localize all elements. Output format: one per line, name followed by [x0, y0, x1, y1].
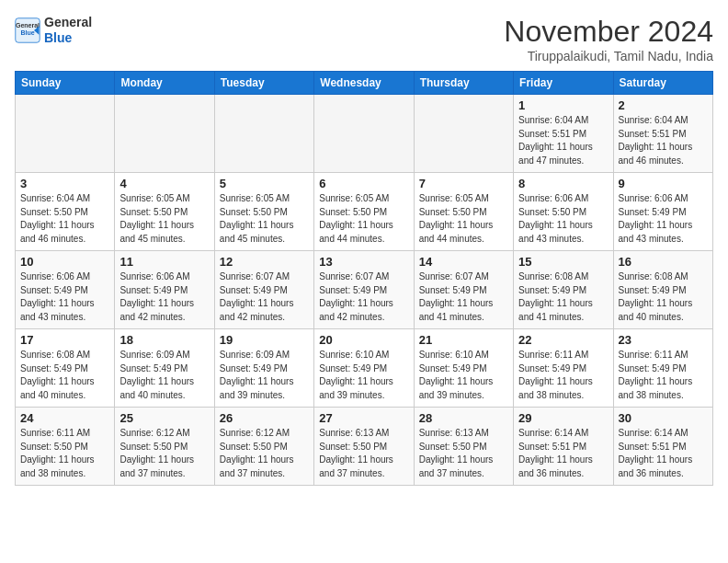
day-info: Sunrise: 6:11 AM Sunset: 5:50 PM Dayligh…	[20, 427, 109, 480]
calendar-cell: 2Sunrise: 6:04 AM Sunset: 5:51 PM Daylig…	[613, 95, 712, 173]
day-info: Sunrise: 6:08 AM Sunset: 5:49 PM Dayligh…	[619, 270, 708, 324]
day-info: Sunrise: 6:05 AM Sunset: 5:50 PM Dayligh…	[119, 192, 209, 246]
calendar-day-header: Wednesday	[314, 72, 414, 95]
calendar-cell: 13Sunrise: 6:07 AM Sunset: 5:49 PM Dayli…	[314, 251, 414, 329]
day-number: 30	[619, 411, 708, 425]
calendar-cell: 8Sunrise: 6:06 AM Sunset: 5:50 PM Daylig…	[514, 173, 613, 251]
day-info: Sunrise: 6:06 AM Sunset: 5:49 PM Dayligh…	[119, 270, 209, 324]
day-info: Sunrise: 6:05 AM Sunset: 5:50 PM Dayligh…	[419, 192, 508, 246]
day-info: Sunrise: 6:10 AM Sunset: 5:49 PM Dayligh…	[419, 349, 508, 402]
calendar-cell: 3Sunrise: 6:04 AM Sunset: 5:50 PM Daylig…	[16, 173, 115, 251]
calendar-header-row: SundayMondayTuesdayWednesdayThursdayFrid…	[16, 72, 713, 95]
calendar-cell: 26Sunrise: 6:12 AM Sunset: 5:50 PM Dayli…	[214, 408, 313, 486]
day-info: Sunrise: 6:05 AM Sunset: 5:50 PM Dayligh…	[319, 192, 408, 246]
day-info: Sunrise: 6:07 AM Sunset: 5:49 PM Dayligh…	[319, 270, 408, 324]
day-info: Sunrise: 6:04 AM Sunset: 5:51 PM Dayligh…	[619, 114, 708, 167]
calendar-cell: 18Sunrise: 6:09 AM Sunset: 5:49 PM Dayli…	[115, 329, 214, 408]
day-number: 5	[220, 177, 309, 190]
calendar-cell: 16Sunrise: 6:08 AM Sunset: 5:49 PM Dayli…	[613, 251, 712, 329]
title-block: November 2024 Tiruppalaikudi, Tamil Nadu…	[504, 15, 713, 63]
day-info: Sunrise: 6:10 AM Sunset: 5:49 PM Dayligh…	[319, 349, 408, 402]
calendar-cell: 10Sunrise: 6:06 AM Sunset: 5:49 PM Dayli…	[16, 251, 115, 329]
day-number: 2	[619, 98, 708, 112]
day-info: Sunrise: 6:11 AM Sunset: 5:49 PM Dayligh…	[619, 349, 708, 402]
calendar-table: SundayMondayTuesdayWednesdayThursdayFrid…	[15, 71, 713, 486]
day-number: 17	[20, 333, 109, 347]
calendar-cell: 19Sunrise: 6:09 AM Sunset: 5:49 PM Dayli…	[214, 329, 313, 408]
day-info: Sunrise: 6:06 AM Sunset: 5:50 PM Dayligh…	[518, 192, 608, 246]
calendar-cell: 15Sunrise: 6:08 AM Sunset: 5:49 PM Dayli…	[514, 251, 613, 329]
logo: General Blue General Blue	[15, 15, 92, 46]
day-number: 1	[518, 98, 608, 112]
svg-text:General: General	[16, 22, 40, 29]
calendar-cell: 22Sunrise: 6:11 AM Sunset: 5:49 PM Dayli…	[514, 329, 613, 408]
calendar-cell: 20Sunrise: 6:10 AM Sunset: 5:49 PM Dayli…	[314, 329, 414, 408]
day-info: Sunrise: 6:04 AM Sunset: 5:50 PM Dayligh…	[20, 192, 109, 246]
day-number: 10	[20, 255, 109, 269]
day-info: Sunrise: 6:14 AM Sunset: 5:51 PM Dayligh…	[518, 427, 608, 480]
calendar-cell: 4Sunrise: 6:05 AM Sunset: 5:50 PM Daylig…	[115, 173, 214, 251]
calendar-cell	[214, 95, 313, 173]
calendar-cell: 6Sunrise: 6:05 AM Sunset: 5:50 PM Daylig…	[314, 173, 414, 251]
calendar-day-header: Saturday	[613, 72, 712, 95]
calendar-week-row: 1Sunrise: 6:04 AM Sunset: 5:51 PM Daylig…	[16, 95, 713, 173]
day-number: 7	[419, 177, 508, 190]
calendar-day-header: Sunday	[16, 72, 115, 95]
calendar-cell: 12Sunrise: 6:07 AM Sunset: 5:49 PM Dayli…	[214, 251, 313, 329]
day-number: 20	[319, 333, 408, 347]
day-number: 9	[619, 177, 708, 190]
calendar-cell: 30Sunrise: 6:14 AM Sunset: 5:51 PM Dayli…	[613, 408, 712, 486]
calendar-cell: 17Sunrise: 6:08 AM Sunset: 5:49 PM Dayli…	[16, 329, 115, 408]
calendar-cell: 23Sunrise: 6:11 AM Sunset: 5:49 PM Dayli…	[613, 329, 712, 408]
calendar-cell: 25Sunrise: 6:12 AM Sunset: 5:50 PM Dayli…	[115, 408, 214, 486]
day-number: 29	[518, 411, 608, 425]
calendar-week-row: 24Sunrise: 6:11 AM Sunset: 5:50 PM Dayli…	[16, 408, 713, 486]
day-info: Sunrise: 6:14 AM Sunset: 5:51 PM Dayligh…	[619, 427, 708, 480]
day-number: 23	[619, 333, 708, 347]
calendar-cell: 14Sunrise: 6:07 AM Sunset: 5:49 PM Dayli…	[414, 251, 513, 329]
day-info: Sunrise: 6:06 AM Sunset: 5:49 PM Dayligh…	[20, 270, 109, 324]
calendar-cell: 21Sunrise: 6:10 AM Sunset: 5:49 PM Dayli…	[414, 329, 513, 408]
day-info: Sunrise: 6:09 AM Sunset: 5:49 PM Dayligh…	[220, 349, 309, 402]
day-info: Sunrise: 6:06 AM Sunset: 5:49 PM Dayligh…	[619, 192, 708, 246]
calendar-cell: 7Sunrise: 6:05 AM Sunset: 5:50 PM Daylig…	[414, 173, 513, 251]
day-number: 4	[119, 177, 209, 190]
day-info: Sunrise: 6:12 AM Sunset: 5:50 PM Dayligh…	[119, 427, 209, 480]
day-number: 26	[220, 411, 309, 425]
calendar-cell: 9Sunrise: 6:06 AM Sunset: 5:49 PM Daylig…	[613, 173, 712, 251]
day-number: 19	[220, 333, 309, 347]
day-number: 28	[419, 411, 508, 425]
calendar-cell: 5Sunrise: 6:05 AM Sunset: 5:50 PM Daylig…	[214, 173, 313, 251]
day-number: 14	[419, 255, 508, 269]
calendar-cell	[414, 95, 513, 173]
day-number: 22	[518, 333, 608, 347]
calendar-day-header: Thursday	[414, 72, 513, 95]
calendar-cell	[115, 95, 214, 173]
calendar-cell: 1Sunrise: 6:04 AM Sunset: 5:51 PM Daylig…	[514, 95, 613, 173]
calendar-cell: 28Sunrise: 6:13 AM Sunset: 5:50 PM Dayli…	[414, 408, 513, 486]
day-info: Sunrise: 6:08 AM Sunset: 5:49 PM Dayligh…	[518, 270, 608, 324]
calendar-cell	[16, 95, 115, 173]
calendar-week-row: 10Sunrise: 6:06 AM Sunset: 5:49 PM Dayli…	[16, 251, 713, 329]
location-subtitle: Tiruppalaikudi, Tamil Nadu, India	[504, 49, 713, 63]
day-number: 18	[119, 333, 209, 347]
calendar-cell: 11Sunrise: 6:06 AM Sunset: 5:49 PM Dayli…	[115, 251, 214, 329]
calendar-cell	[314, 95, 414, 173]
day-number: 3	[20, 177, 109, 190]
calendar-week-row: 17Sunrise: 6:08 AM Sunset: 5:49 PM Dayli…	[16, 329, 713, 408]
calendar-week-row: 3Sunrise: 6:04 AM Sunset: 5:50 PM Daylig…	[16, 173, 713, 251]
day-number: 16	[619, 255, 708, 269]
calendar-cell: 24Sunrise: 6:11 AM Sunset: 5:50 PM Dayli…	[16, 408, 115, 486]
day-info: Sunrise: 6:13 AM Sunset: 5:50 PM Dayligh…	[419, 427, 508, 480]
day-info: Sunrise: 6:13 AM Sunset: 5:50 PM Dayligh…	[319, 427, 408, 480]
logo-general: General	[44, 15, 92, 30]
calendar-day-header: Friday	[514, 72, 613, 95]
day-number: 24	[20, 411, 109, 425]
day-number: 27	[319, 411, 408, 425]
day-number: 21	[419, 333, 508, 347]
logo-blue: Blue	[44, 30, 92, 46]
calendar-cell: 27Sunrise: 6:13 AM Sunset: 5:50 PM Dayli…	[314, 408, 414, 486]
svg-text:Blue: Blue	[20, 29, 34, 36]
day-info: Sunrise: 6:04 AM Sunset: 5:51 PM Dayligh…	[518, 114, 608, 167]
month-title: November 2024	[504, 15, 713, 49]
